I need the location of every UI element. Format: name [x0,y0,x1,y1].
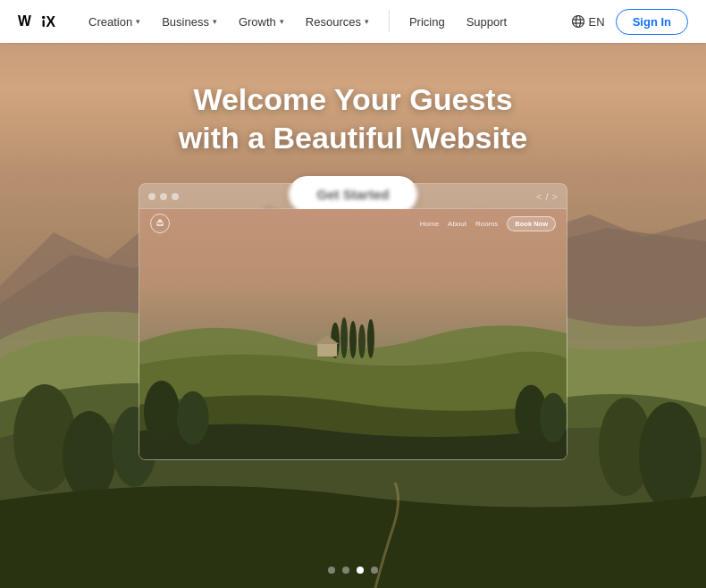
navbar: W X Creation ▾ Business ▾ Growth ▾ Resou… [0,0,706,43]
signin-button[interactable]: Sign In [616,9,688,35]
svg-point-1 [42,16,45,19]
inner-logo-icon [150,214,170,233]
nav-business[interactable]: Business ▾ [153,10,226,34]
lang-label: EN [589,15,605,29]
svg-rect-37 [139,209,567,459]
chevron-down-icon: ▾ [136,17,140,26]
nav-resources[interactable]: Resources ▾ [297,10,378,34]
inner-nav-rooms: Rooms [475,220,498,228]
pagination-dot-2[interactable] [342,567,349,574]
svg-text:W: W [18,13,31,29]
pagination-dot-3[interactable] [357,567,364,574]
browser-dot-3 [172,193,179,200]
browser-content: Home About Rooms Book Now [139,209,567,459]
nav-menu: Creation ▾ Business ▾ Growth ▾ Resources… [80,10,571,34]
nav-divider [389,11,390,32]
svg-point-4 [572,16,584,28]
hero-section: Welcome Your Guests with a Beautiful Web… [0,0,706,588]
chevron-down-icon: ▾ [213,17,217,26]
svg-rect-2 [43,20,45,27]
wix-logo[interactable]: W X [18,11,58,32]
inner-book-now-button: Book Now [507,216,556,231]
code-icon: </> [536,191,558,202]
browser-window-controls [148,193,179,200]
inner-nav-home: Home [420,220,439,228]
svg-text:X: X [46,14,56,29]
chevron-down-icon: ▾ [365,17,369,26]
browser-mockup: </> [139,183,567,460]
language-selector[interactable]: EN [571,14,605,29]
hero-title: Welcome Your Guests with a Beautiful Web… [179,80,527,156]
globe-icon [571,14,585,29]
nav-right: EN Sign In [571,9,688,35]
pagination-dot-1[interactable] [328,567,335,574]
inner-site-navbar: Home About Rooms Book Now [139,209,567,238]
hotel-logo-icon [154,217,166,230]
nav-creation[interactable]: Creation ▾ [80,10,149,34]
nav-support[interactable]: Support [458,10,517,34]
inner-nav-links: Home About Rooms Book Now [420,216,556,231]
browser-dot-2 [160,193,167,200]
inner-nav-about: About [448,220,466,228]
nav-growth[interactable]: Growth ▾ [230,10,293,34]
browser-toolbar: </> [139,184,567,209]
browser-dot-1 [148,193,155,200]
chevron-down-icon: ▾ [280,17,284,26]
nav-pricing[interactable]: Pricing [400,10,454,34]
pagination-dots [328,567,378,574]
pagination-dot-4[interactable] [371,567,378,574]
svg-point-5 [576,16,580,28]
inner-site-background [139,209,567,459]
